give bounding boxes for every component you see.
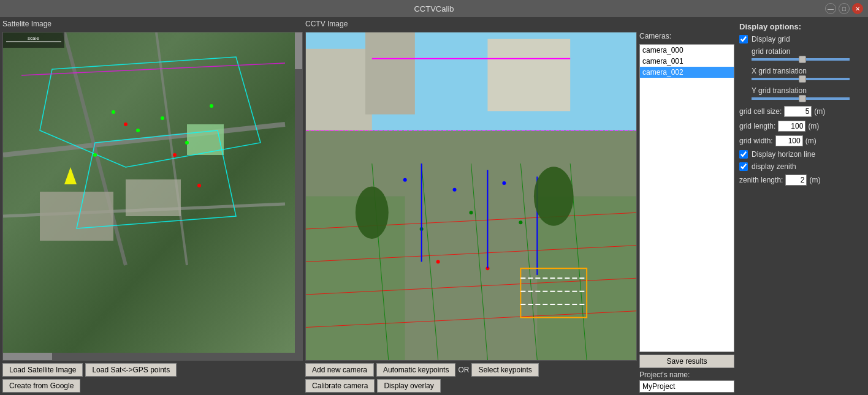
right-panel: Display options: Display grid grid rotat… (737, 20, 866, 393)
svg-rect-26 (365, 32, 415, 115)
display-zenith-row: display zenith (739, 162, 863, 171)
minimize-button[interactable]: — (825, 3, 836, 14)
grid-cell-size-input[interactable] (784, 106, 812, 117)
cctv-image-area (305, 32, 637, 361)
project-name-input[interactable] (639, 380, 734, 393)
display-grid-row: Display grid (739, 35, 863, 43)
svg-rect-6 (126, 179, 181, 216)
calibrate-camera-button[interactable]: Calibrate camera (305, 379, 375, 393)
titlebar-controls: — □ ✕ (825, 3, 863, 14)
grid-width-label: grid width: (739, 137, 773, 145)
display-grid-label: Display grid (752, 35, 790, 43)
cctv-buttons-row2: Calibrate camera Display overlay (305, 379, 637, 393)
display-overlay-button[interactable]: Display overlay (377, 379, 440, 393)
grid-rotation-slider-container (752, 58, 863, 61)
svg-point-14 (161, 116, 164, 120)
svg-point-47 (519, 220, 522, 224)
display-zenith-checkbox[interactable] (739, 162, 748, 171)
center-panel: CCTV Image (305, 20, 734, 393)
svg-rect-30 (306, 197, 405, 361)
svg-text:scale: scale (28, 36, 39, 41)
cameras-and-project: Cameras: camera_000 camera_001 camera_00… (639, 32, 734, 393)
save-results-button[interactable]: Save results (639, 355, 734, 368)
grid-rotation-thumb[interactable] (799, 56, 806, 63)
x-grid-translation-thumb[interactable] (799, 75, 806, 83)
y-grid-translation-slider-container (752, 97, 863, 100)
titlebar: CCTVCalib — □ ✕ (0, 0, 868, 17)
load-gps-points-button[interactable]: Load Sat<->GPS points (85, 363, 177, 377)
svg-point-45 (470, 211, 473, 214)
display-horizon-checkbox[interactable] (739, 150, 748, 159)
cctv-and-cameras: Add new camera Automatic keypoints OR Se… (305, 32, 734, 393)
y-grid-translation-thumb[interactable] (799, 95, 806, 102)
display-grid-checkbox[interactable] (739, 35, 748, 43)
satellite-image: scale (3, 32, 302, 360)
camera-item-1[interactable]: camera_001 (640, 56, 734, 67)
load-satellite-image-button[interactable]: Load Satellite Image (2, 363, 83, 377)
svg-point-48 (436, 260, 440, 264)
display-options-title: Display options: (739, 22, 863, 31)
project-area: Project's name: (639, 371, 734, 393)
svg-point-15 (185, 141, 189, 145)
satellite-image-area: scale (2, 32, 303, 361)
display-horizon-row: Display horizon line (739, 150, 863, 159)
main-content: Sattelite Image (0, 17, 868, 395)
project-name-label: Project's name: (639, 371, 734, 379)
satellite-scrollbar-v[interactable] (295, 32, 302, 360)
zenith-length-label: zenith length: (739, 176, 783, 184)
x-grid-translation-slider[interactable] (752, 78, 850, 80)
svg-point-59 (534, 167, 574, 225)
x-grid-translation-row: X grid translation (739, 67, 863, 83)
display-zenith-label: display zenith (752, 162, 796, 171)
automatic-keypoints-button[interactable]: Automatic keypoints (376, 363, 455, 377)
create-google-area: Create from Google (2, 379, 303, 393)
cameras-label: Cameras: (639, 32, 734, 40)
svg-point-16 (93, 153, 97, 157)
x-grid-translation-slider-container (752, 78, 863, 80)
y-grid-translation-row: Y grid translation (739, 86, 863, 102)
svg-point-58 (356, 186, 389, 239)
create-from-google-button[interactable]: Create from Google (2, 379, 80, 393)
grid-cell-size-unit: (m) (814, 107, 825, 116)
grid-rotation-label: grid rotation (752, 47, 863, 56)
satellite-panel-label: Sattelite Image (2, 20, 303, 28)
satellite-scrollbar-h[interactable] (3, 353, 302, 360)
svg-point-43 (453, 188, 457, 192)
svg-rect-27 (487, 39, 570, 111)
svg-point-18 (124, 122, 128, 126)
zenith-length-unit: (m) (809, 176, 820, 184)
grid-cell-size-row: grid cell size: (m) (739, 106, 863, 117)
left-panel: Sattelite Image (2, 20, 303, 393)
svg-point-17 (210, 104, 213, 108)
camera-item-2[interactable]: camera_002 (640, 67, 734, 78)
y-grid-translation-slider[interactable] (752, 97, 850, 100)
zenith-length-input[interactable] (785, 175, 807, 186)
grid-rotation-slider[interactable] (752, 58, 850, 61)
satellite-buttons: Load Satellite Image Load Sat<->GPS poin… (2, 363, 303, 377)
app-title: CCTVCalib (414, 4, 454, 13)
cctv-panel-label: CCTV Image (305, 20, 734, 28)
grid-length-label: grid length: (739, 122, 775, 130)
grid-rotation-row: grid rotation (739, 47, 863, 63)
grid-length-unit: (m) (808, 122, 819, 130)
svg-rect-5 (40, 192, 113, 241)
close-button[interactable]: ✕ (852, 3, 863, 14)
y-grid-translation-label: Y grid translation (752, 86, 863, 95)
select-keypoints-button[interactable]: Select keypoints (471, 363, 538, 377)
display-horizon-label: Display horizon line (752, 150, 815, 159)
maximize-button[interactable]: □ (839, 3, 850, 14)
grid-length-input[interactable] (778, 121, 805, 132)
add-camera-button[interactable]: Add new camera (305, 363, 374, 377)
grid-width-unit: (m) (805, 137, 817, 145)
x-grid-translation-label: X grid translation (752, 67, 863, 75)
grid-length-row: grid length: (m) (739, 121, 863, 132)
svg-point-42 (403, 178, 407, 182)
camera-list[interactable]: camera_000 camera_001 camera_002 (639, 44, 734, 352)
cctv-buttons: Add new camera Automatic keypoints OR Se… (305, 363, 637, 377)
svg-point-19 (173, 153, 177, 157)
grid-width-input[interactable] (775, 135, 803, 146)
svg-point-12 (112, 110, 115, 114)
camera-item-0[interactable]: camera_000 (640, 45, 734, 56)
grid-cell-size-label: grid cell size: (739, 107, 782, 116)
or-label: OR (458, 366, 469, 374)
